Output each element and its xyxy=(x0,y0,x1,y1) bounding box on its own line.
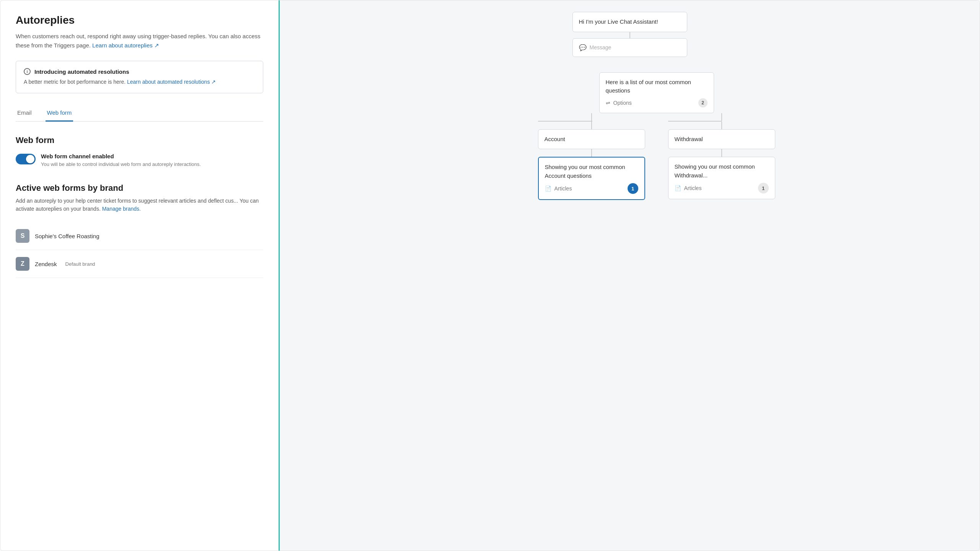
withdrawal-articles-label: Articles xyxy=(684,185,702,191)
brand-avatar-sophie: S xyxy=(16,229,29,243)
account-articles-count: 1 xyxy=(628,183,638,194)
connector-withdrawal-v xyxy=(721,113,722,121)
withdrawal-content-title: Showing you our most common Withdrawal..… xyxy=(675,163,769,180)
right-panel: Hi I'm your Live Chat Assistant! 💬 Messa… xyxy=(280,0,980,551)
tab-web-form[interactable]: Web form xyxy=(46,106,73,122)
account-content-title: Showing you our most common Account ques… xyxy=(545,163,638,180)
learn-autoreplies-link[interactable]: Learn about autoreplies ↗ xyxy=(92,42,159,49)
withdrawal-label-card: Withdrawal xyxy=(668,129,775,150)
connector-withdrawal-h xyxy=(668,121,722,122)
info-icon: i xyxy=(24,68,31,75)
connector-account-v xyxy=(591,113,592,121)
connector-account-h xyxy=(539,121,592,122)
account-branch: Account Showing you our most common Acco… xyxy=(538,113,645,200)
connector-withdrawal-v2 xyxy=(721,122,722,129)
toggle-knob xyxy=(26,155,34,163)
web-form-toggle[interactable] xyxy=(16,154,36,164)
brand-avatar-zendesk: Z xyxy=(16,257,29,271)
message-icon: 💬 xyxy=(579,44,587,51)
info-banner: i Introducing automated resolutions A be… xyxy=(16,61,263,93)
message-placeholder: Message xyxy=(590,44,611,50)
options-count: 2 xyxy=(698,98,708,107)
brand-item-sophie: S Sophie's Coffee Roasting xyxy=(16,222,263,250)
options-icon: ⇌ xyxy=(606,100,610,106)
account-label: Account xyxy=(545,135,639,144)
greeting-card-title: Hi I'm your Live Chat Assistant! xyxy=(579,18,681,26)
learn-resolutions-link[interactable]: Learn about automated resolutions ↗ xyxy=(127,79,216,85)
brands-section-title: Active web forms by brand xyxy=(16,183,263,193)
brand-name-zendesk: Zendesk xyxy=(35,261,57,267)
withdrawal-articles-count: 1 xyxy=(758,183,769,193)
greeting-card: Hi I'm your Live Chat Assistant! xyxy=(572,12,687,32)
account-content-card[interactable]: Showing you our most common Account ques… xyxy=(538,157,645,200)
message-card: 💬 Message xyxy=(572,38,687,57)
account-label-card: Account xyxy=(538,129,645,150)
flow-diagram: Hi I'm your Live Chat Assistant! 💬 Messa… xyxy=(484,8,775,200)
page-description: When customers reach out, respond right … xyxy=(16,32,263,50)
options-label: Options xyxy=(613,100,632,106)
questions-card: Here is a list of our most common questi… xyxy=(599,72,714,113)
toggle-label: Web form channel enabled xyxy=(41,153,201,159)
connector-account-v3 xyxy=(591,149,592,157)
branch-area: Account Showing you our most common Acco… xyxy=(538,113,775,200)
account-articles-row: 📄 Articles 1 xyxy=(545,183,638,194)
left-panel: Autoreplies When customers reach out, re… xyxy=(0,0,280,551)
withdrawal-articles-icon: 📄 xyxy=(675,185,681,191)
tabs: Email Web form xyxy=(16,106,263,122)
questions-card-title: Here is a list of our most common questi… xyxy=(606,78,708,95)
brand-item-zendesk: Z Zendesk Default brand xyxy=(16,250,263,278)
options-row: ⇌ Options 2 xyxy=(606,98,708,107)
connector-v1 xyxy=(629,32,630,38)
account-articles-label: Articles xyxy=(554,185,572,192)
manage-brands-link[interactable]: Manage brands. xyxy=(102,206,141,212)
toggle-row: Web form channel enabled You will be abl… xyxy=(16,153,263,168)
brand-name-sophie: Sophie's Coffee Roasting xyxy=(35,233,99,239)
withdrawal-articles-row: 📄 Articles 1 xyxy=(675,183,769,193)
info-banner-title: i Introducing automated resolutions xyxy=(24,68,255,75)
tab-email[interactable]: Email xyxy=(16,106,33,122)
withdrawal-content-card[interactable]: Showing you our most common Withdrawal..… xyxy=(668,157,775,199)
toggle-text: Web form channel enabled You will be abl… xyxy=(41,153,201,168)
connector-account-v2 xyxy=(591,122,592,129)
page-title: Autoreplies xyxy=(16,14,263,26)
brand-default-label: Default brand xyxy=(65,261,95,267)
toggle-desc: You will be able to control individual w… xyxy=(41,161,201,168)
withdrawal-label: Withdrawal xyxy=(675,135,769,144)
connector-withdrawal-v3 xyxy=(721,149,722,157)
account-articles-icon: 📄 xyxy=(545,185,551,192)
withdrawal-branch: Withdrawal Showing you our most common W… xyxy=(668,113,775,200)
info-banner-text: A better metric for bot performance is h… xyxy=(24,78,255,86)
web-form-section-title: Web form xyxy=(16,135,263,145)
brands-description: Add an autoreply to your help center tic… xyxy=(16,197,263,213)
